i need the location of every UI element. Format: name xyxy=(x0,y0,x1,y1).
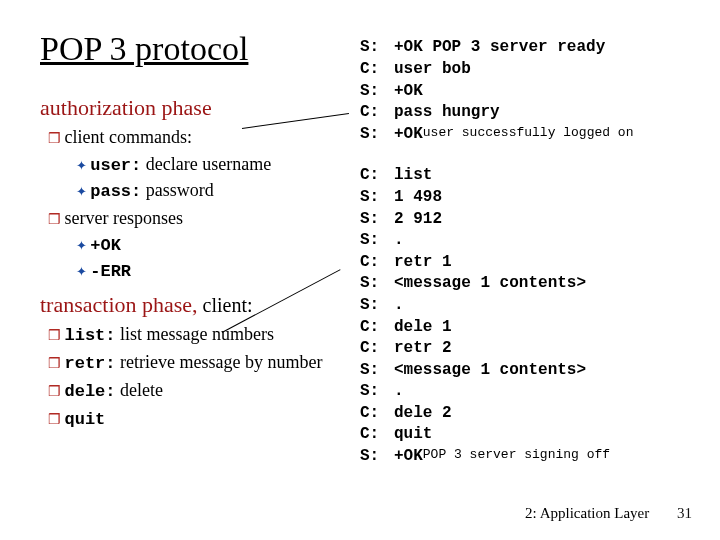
user-command-item: user: declare username xyxy=(76,152,360,178)
dele-desc: delete xyxy=(116,380,163,400)
transcript-text: retr 1 xyxy=(394,252,452,274)
transcript-text: <message 1 contents> xyxy=(394,273,586,295)
speaker-prefix: C: xyxy=(360,317,394,339)
err-code: -ERR xyxy=(90,262,131,281)
speaker-prefix: C: xyxy=(360,165,394,187)
right-column: S:+OK POP 3 server readyC:user bobS:+OKC… xyxy=(360,37,700,487)
speaker-prefix: S: xyxy=(360,81,394,103)
server-responses-sublist: +OK -ERR xyxy=(48,232,360,284)
transcript-line: S:2 912 xyxy=(360,209,700,231)
speaker-prefix: S: xyxy=(360,360,394,382)
retr-cmd: retr: xyxy=(65,354,116,373)
transcript-text: +OK xyxy=(394,81,423,103)
client-commands-sublist: user: declare username pass: password xyxy=(48,152,360,204)
transcript-small-text: user successfully logged on xyxy=(423,124,634,146)
trans-transcript: C:listS:1 498S:2 912S:.C:retr 1S:<messag… xyxy=(360,165,700,467)
retr-command-item: retr: retrieve message by number xyxy=(48,350,360,376)
ok-response-item: +OK xyxy=(76,232,360,258)
speaker-prefix: S: xyxy=(360,230,394,252)
footer-label: 2: Application Layer xyxy=(525,505,649,521)
transcript-text: 1 498 xyxy=(394,187,442,209)
list-command-item: list: list message numbers xyxy=(48,322,360,348)
quit-command-item: quit xyxy=(48,406,360,432)
trans-phase-heading: transaction phase, client: xyxy=(40,292,360,318)
server-responses-item: server responses +OK -ERR xyxy=(48,206,360,284)
transcript-text: <message 1 contents> xyxy=(394,360,586,382)
transcript-line: S:. xyxy=(360,381,700,403)
transcript-line: S:<message 1 contents> xyxy=(360,360,700,382)
speaker-prefix: S: xyxy=(360,187,394,209)
speaker-prefix: C: xyxy=(360,424,394,446)
transcript-text: +OK xyxy=(394,124,423,146)
transcript-line: C:dele 1 xyxy=(360,317,700,339)
retr-desc: retrieve message by number xyxy=(116,352,323,372)
list-desc: list message numbers xyxy=(116,324,274,344)
trans-list: list: list message numbers retr: retriev… xyxy=(40,322,360,432)
user-cmd: user: xyxy=(90,156,141,175)
transcript-text: . xyxy=(394,381,404,403)
speaker-prefix: S: xyxy=(360,381,394,403)
transcript-text: +OK xyxy=(394,446,423,468)
server-responses-label: server responses xyxy=(65,208,183,228)
pass-cmd: pass: xyxy=(90,182,141,201)
transcript-text: quit xyxy=(394,424,432,446)
transcript-line: C:user bob xyxy=(360,59,700,81)
speaker-prefix: S: xyxy=(360,446,394,468)
transcript-small-text: POP 3 server signing off xyxy=(423,446,610,468)
client-commands-item: client commands: user: declare username … xyxy=(48,125,360,203)
transcript-text: user bob xyxy=(394,59,471,81)
transcript-line: S:+OK xyxy=(360,81,700,103)
transcript-line: S:<message 1 contents> xyxy=(360,273,700,295)
transcript-line: C:list xyxy=(360,165,700,187)
transcript-line: C:retr 1 xyxy=(360,252,700,274)
user-desc: declare username xyxy=(141,154,271,174)
transcript-text: . xyxy=(394,295,404,317)
transcript-text: retr 2 xyxy=(394,338,452,360)
speaker-prefix: C: xyxy=(360,59,394,81)
transcript-line: C:pass hungry xyxy=(360,102,700,124)
transcript-line: S:+OK POP 3 server ready xyxy=(360,37,700,59)
transcript-line: C:quit xyxy=(360,424,700,446)
speaker-prefix: C: xyxy=(360,403,394,425)
pass-command-item: pass: password xyxy=(76,178,360,204)
auth-list: client commands: user: declare username … xyxy=(40,125,360,283)
transcript-text: 2 912 xyxy=(394,209,442,231)
transcript-text: . xyxy=(394,230,404,252)
speaker-prefix: S: xyxy=(360,295,394,317)
transcript-text: +OK POP 3 server ready xyxy=(394,37,605,59)
transcript-line: S:+OK user successfully logged on xyxy=(360,124,700,146)
speaker-prefix: S: xyxy=(360,124,394,146)
transcript-line: S:. xyxy=(360,295,700,317)
transcript-line: S:1 498 xyxy=(360,187,700,209)
speaker-prefix: C: xyxy=(360,338,394,360)
ok-code: +OK xyxy=(90,236,121,255)
speaker-prefix: S: xyxy=(360,209,394,231)
transcript-text: dele 1 xyxy=(394,317,452,339)
slide-footer: 2: Application Layer 31 xyxy=(525,505,692,522)
page-number: 31 xyxy=(677,505,692,521)
transcript-line: S:. xyxy=(360,230,700,252)
transcript-text: list xyxy=(394,165,432,187)
left-column: authorization phase client commands: use… xyxy=(40,87,360,439)
transcript-text: pass hungry xyxy=(394,102,500,124)
client-commands-label: client commands: xyxy=(65,127,192,147)
slide: POP 3 protocol authorization phase clien… xyxy=(0,0,720,540)
transcript-line: C:dele 2 xyxy=(360,403,700,425)
speaker-prefix: S: xyxy=(360,273,394,295)
auth-transcript: S:+OK POP 3 server readyC:user bobS:+OKC… xyxy=(360,37,700,145)
speaker-prefix: C: xyxy=(360,102,394,124)
dele-cmd: dele: xyxy=(65,382,116,401)
pass-desc: password xyxy=(141,180,214,200)
trans-phase-label: transaction phase, xyxy=(40,292,198,317)
transcript-line: C:retr 2 xyxy=(360,338,700,360)
quit-cmd: quit xyxy=(65,410,106,429)
speaker-prefix: S: xyxy=(360,37,394,59)
speaker-prefix: C: xyxy=(360,252,394,274)
transcript-line: S:+OK POP 3 server signing off xyxy=(360,446,700,468)
trans-phase-suffix: client: xyxy=(198,294,253,316)
dele-command-item: dele: delete xyxy=(48,378,360,404)
transcript-text: dele 2 xyxy=(394,403,452,425)
list-cmd: list: xyxy=(65,326,116,345)
content-columns: authorization phase client commands: use… xyxy=(40,87,700,487)
